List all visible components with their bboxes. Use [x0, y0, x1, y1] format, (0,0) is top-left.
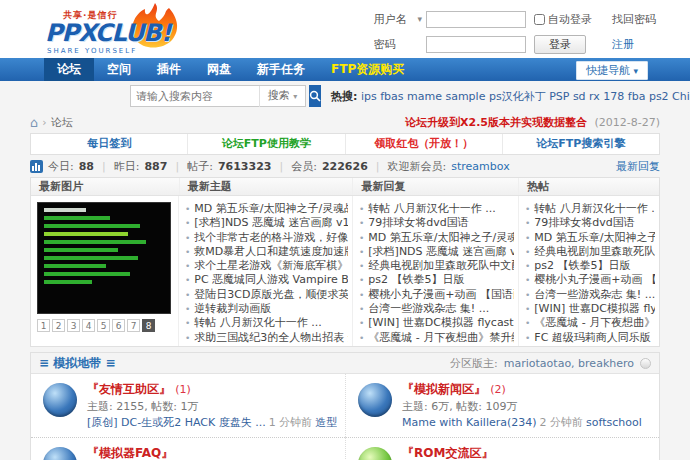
stat-posts-value: 7613323: [218, 160, 272, 173]
hot-thread-link[interactable]: 樱桃小丸子漫画+动画 【国语配音 ...: [525, 273, 655, 287]
topic-link[interactable]: 找个非常古老的格斗游戏，好像是 ...: [185, 231, 348, 245]
search-button[interactable]: [309, 85, 321, 107]
hot-thread-link[interactable]: MD 第五乐章/太阳神之子/灵魂战 ...: [525, 231, 655, 245]
ftp-tutorial-link[interactable]: 论坛FTP使用教学: [187, 134, 344, 154]
page-button-active[interactable]: 8: [142, 319, 155, 332]
page-button[interactable]: 1: [37, 319, 50, 332]
home-icon[interactable]: ⌂: [30, 115, 38, 130]
reply-link[interactable]: 《恶魔城 - 月下夜想曲》禁升级 ...: [359, 331, 514, 345]
quick-nav-button[interactable]: 快捷导航 ▾: [576, 61, 648, 80]
hot-thread-link[interactable]: 79排球女将dvd国语: [525, 216, 655, 230]
nav-item-ftp-purchase[interactable]: FTP资源购买: [318, 58, 417, 81]
topic-link[interactable]: 登陆日3CD原版光盘，顺便求英雄 ...: [185, 288, 348, 302]
auto-login-checkbox[interactable]: [534, 14, 545, 25]
stat-today-value: 88: [79, 160, 94, 173]
forum-title-link[interactable]: 『模拟新闻区』 (2): [402, 381, 642, 398]
latest-image-thumbnail[interactable]: [37, 202, 171, 314]
hot-thread-link[interactable]: 经典电视剧加里森敢死队中文配音 ...: [525, 245, 655, 259]
page-button[interactable]: 7: [127, 319, 140, 332]
notice-date: (2012-8-27): [594, 116, 660, 129]
forum-stats: 主题: 2155, 帖数: 1万: [87, 399, 337, 414]
latest-images-title: 最新图片: [31, 178, 179, 195]
breadcrumb-separator: ›: [42, 116, 46, 129]
nav-item-space[interactable]: 空间: [94, 58, 144, 81]
breadcrumb-current[interactable]: 论坛: [51, 115, 73, 130]
notice-link[interactable]: 论坛升级到X2.5版本并实现数据整合: [405, 116, 587, 129]
hot-thread-link[interactable]: 转帖 八月新汉化十一作 ...: [525, 202, 655, 216]
nav-item-newbie-tasks[interactable]: 新手任务: [244, 58, 318, 81]
welcome-label: 欢迎新会员:: [388, 159, 447, 174]
last-post-link[interactable]: Mame with Kaillera(234): [402, 416, 537, 429]
daily-checkin-link[interactable]: 每日签到: [31, 134, 187, 154]
reply-link[interactable]: [求档]NDS 恶魔城 迷宫画廊 v1.0 ...: [359, 245, 514, 259]
reply-link[interactable]: 台湾一些游戏杂志 集! ...: [359, 302, 514, 316]
register-link[interactable]: 注册: [612, 37, 634, 52]
quick-links-bar: 每日签到 论坛FTP使用教学 领取红包（开放！） 论坛FTP搜索引擎: [30, 133, 660, 155]
last-post-user[interactable]: softschool: [586, 416, 642, 429]
bar-chart-icon: [30, 160, 43, 173]
topic-link[interactable]: PC 恶魔城同人游戏 Vampire Blaz ...: [185, 273, 348, 287]
reply-link[interactable]: 樱桃小丸子漫画+动画 【国语配音 ...: [359, 288, 514, 302]
emulation-zone-section: ≡ 模拟地带 ≡ 分区版主: mariotaotao, breakhero 『友…: [30, 352, 660, 460]
breadcrumb-row: ⌂ › 论坛 论坛升级到X2.5版本并实现数据整合 (2012-8-27): [30, 111, 660, 133]
red-packet-link[interactable]: 领取红包（开放！）: [345, 134, 502, 154]
section-title[interactable]: ≡ 模拟地带 ≡: [39, 355, 115, 372]
username-input[interactable]: [426, 11, 526, 28]
moderators-label: 分区版主:: [450, 356, 498, 371]
hot-thread-link[interactable]: 《恶魔城 - 月下夜想曲》禁升级 ...: [525, 316, 655, 330]
nav-item-plugins[interactable]: 插件: [144, 58, 194, 81]
newest-member-link[interactable]: streambox: [451, 160, 509, 173]
topic-link[interactable]: 求个土星老游戏《新海底军棋》 ...: [185, 259, 348, 273]
hot-thread-link[interactable]: 台湾一些游戏杂志 集! ...: [525, 288, 655, 302]
reply-link[interactable]: 转帖 八月新汉化十一作 ...: [359, 202, 514, 216]
hot-search-keywords[interactable]: ips fbas mame sample ps汉化补丁 PSP sd rx 17…: [361, 90, 690, 103]
hot-thread-link[interactable]: ps2 【铁拳5】日版: [525, 259, 655, 273]
password-input[interactable]: [426, 36, 526, 53]
topic-link[interactable]: 逆转裁判动画版: [185, 302, 348, 316]
collapse-toggle-icon[interactable]: [640, 358, 651, 369]
page-button[interactable]: 5: [97, 319, 110, 332]
forum-icon[interactable]: [358, 383, 392, 417]
page-button[interactable]: 6: [112, 319, 125, 332]
username-dropdown-caret[interactable]: ▾: [417, 14, 422, 24]
topic-link[interactable]: MD 第五乐章/太阳神之子/灵魂战 ...: [185, 202, 348, 216]
forum-homepage: 共享·是信行 PPXCLUB! SHARE YOURSELF 用户名 ▾ 自动登…: [0, 0, 690, 460]
forum-title-link[interactable]: 『友情互助区』 (1): [87, 381, 337, 398]
reply-link[interactable]: 经典电视剧加里森敢死队中文配音 ...: [359, 259, 514, 273]
latest-topics-title: 最新主题: [179, 178, 353, 195]
reply-link[interactable]: 79排球女将dvd国语: [359, 216, 514, 230]
search-type-dropdown[interactable]: 搜索 ▾: [259, 86, 305, 107]
forum-icon[interactable]: [43, 383, 77, 417]
topic-link[interactable]: [求档]NDS 恶魔城 迷宫画廊 v1.0 ...: [185, 216, 348, 230]
ftp-search-link[interactable]: 论坛FTP搜索引擎: [502, 134, 659, 154]
forum-stats: 主题: 6万, 帖数: 109万: [402, 399, 642, 414]
topic-link[interactable]: 救MD暴君人口和建筑速度加速版 ...: [185, 245, 348, 259]
search-input[interactable]: [131, 86, 259, 106]
forum-title-link[interactable]: 『模拟器FAQ』: [87, 445, 337, 460]
reply-link[interactable]: MD 第五乐章/太阳神之子/灵魂战 ...: [359, 231, 514, 245]
reply-link[interactable]: [WIN] 世嘉DC模拟器 flycast 汉 ...: [359, 316, 514, 330]
topic-link[interactable]: 转帖 八月新汉化十一作 ...: [185, 316, 348, 330]
moderators-list[interactable]: mariotaotao, breakhero: [504, 357, 634, 370]
page-button[interactable]: 4: [82, 319, 95, 332]
page-button[interactable]: 2: [52, 319, 65, 332]
nav-item-forum[interactable]: 论坛: [44, 58, 94, 81]
nav-item-netdisk[interactable]: 网盘: [194, 58, 244, 81]
page-button[interactable]: 3: [67, 319, 80, 332]
find-password-link[interactable]: 找回密码: [612, 12, 656, 27]
latest-images-column: 1 2 3 4 5 6 7 8: [31, 196, 178, 346]
forum-icon[interactable]: [358, 447, 392, 460]
forum-title-link[interactable]: 『ROM交流区』: [402, 445, 651, 460]
last-post-user[interactable]: 造型布能乱: [315, 416, 337, 429]
topic-link[interactable]: 求助三国战纪3的全人物出招表 还 ...: [185, 331, 348, 345]
site-logo[interactable]: 共享·是信行 PPXCLUB! SHARE YOURSELF: [45, 4, 175, 56]
auto-login-label: 自动登录: [548, 12, 592, 27]
reply-link[interactable]: ps2 【铁拳5】日版: [359, 273, 514, 287]
last-post-link[interactable]: [原创] DC-生或死2 HACK 度盘失 ...: [87, 416, 266, 429]
forum-block-faq: 『模拟器FAQ』 主题: 6万, 帖数: 47万 [WIN] 世嘉DC模拟器 f…: [31, 437, 345, 460]
latest-reply-link[interactable]: 最新回复: [616, 159, 660, 174]
login-button[interactable]: 登录: [534, 35, 586, 54]
hot-thread-link[interactable]: FC 超级玛莉商人同乐版: [525, 331, 655, 345]
hot-thread-link[interactable]: [WIN] 世嘉DC模拟器 flycast 汉 ...: [525, 302, 655, 316]
forum-icon[interactable]: [43, 447, 77, 460]
